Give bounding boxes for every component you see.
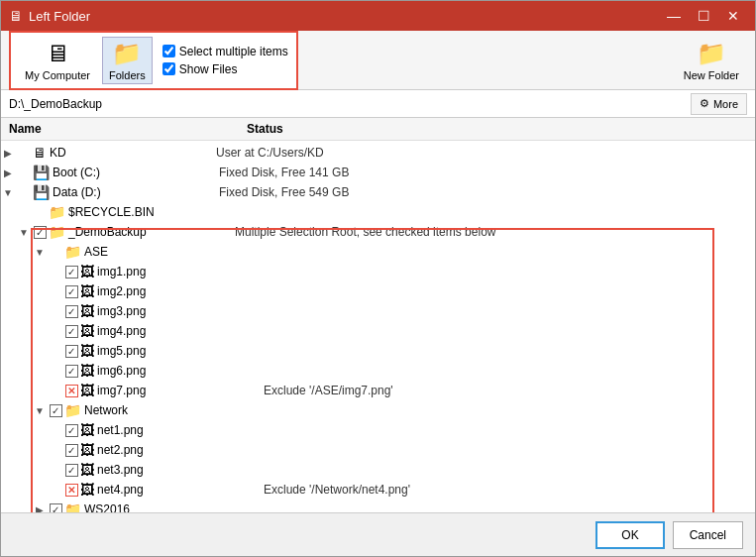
more-button[interactable]: ⚙ More [691,93,747,115]
file-icon: 🖼 [80,482,94,498]
tree-row[interactable]: ▼✓📁Network [1,400,755,420]
tree-row[interactable]: ✓🖼img2.png [1,281,755,301]
file-tree-container[interactable]: ▶🖥KDUser at C:/Users/KD▶💾Boot (C:)Fixed … [1,141,755,512]
select-multiple-checkbox[interactable] [162,45,175,57]
toolbar-main-group: 🖥 My Computer 📁 Folders Select multiple … [9,31,298,90]
tree-row[interactable]: ▼💾Data (D:)Fixed Disk, Free 549 GB [1,182,755,202]
tree-row[interactable]: ▼✓📁_DemoBackupMultiple Selection Root, s… [1,222,755,242]
tree-row[interactable]: ✓🖼img1.png [1,262,755,281]
window: 🖥 Left Folder — ☐ ✕ 🖥 My Computer 📁 Fold… [0,0,756,557]
tree-row[interactable]: ✓🖼net3.png [1,460,755,480]
my-computer-button[interactable]: 🖥 My Computer [19,38,96,83]
show-files-checkbox[interactable] [162,62,175,75]
tree-row[interactable]: ✓🖼net1.png [1,420,755,440]
file-icon: 🖼 [80,303,94,319]
file-icon: 🖼 [80,323,94,339]
show-files-row[interactable]: Show Files [162,62,288,76]
tree-row[interactable]: ✕🖼img7.pngExclude '/ASE/img7.png' [1,381,755,400]
checkbox-cell: ✓ [62,266,80,278]
item-name: $RECYCLE.BIN [68,205,227,219]
toolbar-right: 📁 New Folder [676,38,747,83]
tree-row[interactable]: ▶🖥KDUser at C:/Users/KD [1,143,755,163]
tree-row[interactable]: ▶✓📁WS2016 [1,500,755,512]
item-status: Fixed Disk, Free 141 GB [211,166,349,179]
file-icon: 🖼 [80,343,94,359]
file-icon: 🖼 [80,283,94,299]
item-name: net2.png [97,443,256,457]
expand-arrow[interactable]: ▼ [33,247,47,258]
item-name: net1.png [97,423,256,437]
checked-checkbox[interactable]: ✓ [65,305,78,318]
checked-checkbox[interactable]: ✓ [65,444,78,457]
expand-arrow[interactable]: ▶ [1,167,15,178]
ok-button[interactable]: OK [595,521,664,549]
drive-icon: 💾 [33,165,50,180]
excluded-checkbox[interactable]: ✕ [65,385,78,397]
address-input[interactable] [9,97,687,111]
title-bar-controls: — ☐ ✕ [660,5,747,27]
checked-checkbox[interactable]: ✓ [34,226,47,239]
show-files-label: Show Files [179,62,238,76]
checked-checkbox[interactable]: ✓ [65,464,78,477]
excluded-checkbox[interactable]: ✕ [65,484,78,497]
checked-checkbox[interactable]: ✓ [50,404,62,417]
expand-arrow[interactable]: ▶ [1,148,15,159]
item-status: Exclude '/ASE/img7.png' [256,384,393,397]
file-icon: 🖼 [80,264,94,279]
window-title: Left Folder [29,9,660,24]
checked-checkbox[interactable]: ✓ [65,285,78,298]
cancel-button[interactable]: Cancel [673,521,743,549]
checkbox-cell: ✓ [47,503,64,513]
item-name: img7.png [97,384,256,397]
item-name: img4.png [97,324,256,338]
tree-row[interactable]: ▶💾Boot (C:)Fixed Disk, Free 141 GB [1,163,755,182]
checkbox-cell: ✓ [62,285,80,298]
checked-checkbox[interactable]: ✓ [65,365,78,378]
folders-icon: 📁 [112,40,142,67]
title-bar: 🖥 Left Folder — ☐ ✕ [1,1,755,31]
tree-row[interactable]: ✓🖼img4.png [1,321,755,341]
checkbox-cell: ✕ [62,484,80,497]
folder-icon: 📁 [64,501,81,512]
checked-checkbox[interactable]: ✓ [65,325,78,338]
checked-checkbox[interactable]: ✓ [65,424,78,437]
tree-row[interactable]: ▼📁ASE [1,242,755,262]
folders-label: Folders [109,69,146,81]
checked-checkbox[interactable]: ✓ [50,503,62,513]
folder-icon: 📁 [64,402,81,418]
checked-checkbox[interactable]: ✓ [65,345,78,358]
expand-arrow[interactable]: ▼ [17,227,31,238]
window-icon: 🖥 [9,8,23,24]
maximize-button[interactable]: ☐ [690,5,717,27]
checkbox-cell: ✕ [62,385,80,397]
tree-row[interactable]: ✓🖼img3.png [1,301,755,321]
folders-button[interactable]: 📁 Folders [102,37,153,84]
expand-arrow[interactable]: ▶ [33,504,47,513]
close-button[interactable]: ✕ [719,5,747,27]
tree-row[interactable]: ✓🖼net2.png [1,440,755,460]
checked-checkbox[interactable]: ✓ [65,266,78,278]
tree-row[interactable]: ✕🖼net4.pngExclude '/Network/net4.png' [1,480,755,500]
gear-icon: ⚙ [700,97,709,110]
item-name: net3.png [97,463,256,477]
item-name: WS2016 [84,502,243,512]
tree-row[interactable]: 📁$RECYCLE.BIN [1,202,755,222]
item-name: Network [84,403,243,417]
select-multiple-row[interactable]: Select multiple items [162,45,288,58]
tree-row[interactable]: ✓🖼img6.png [1,361,755,381]
expand-arrow[interactable]: ▼ [33,405,47,416]
file-icon: 🖼 [80,383,94,398]
item-name: ASE [84,245,243,259]
item-name: _DemoBackup [68,225,227,239]
expand-arrow[interactable]: ▼ [1,187,15,198]
drive-icon: 🖥 [33,145,47,161]
tree-row[interactable]: ✓🖼img5.png [1,341,755,361]
checkbox-cell: ✓ [62,365,80,378]
file-icon: 🖼 [80,363,94,379]
column-name-header: Name [9,122,247,136]
minimize-button[interactable]: — [660,5,688,27]
file-icon: 🖼 [80,442,94,458]
file-icon: 🖼 [80,422,94,438]
new-folder-button[interactable]: 📁 New Folder [676,38,747,83]
folder-icon: 📁 [64,244,81,260]
